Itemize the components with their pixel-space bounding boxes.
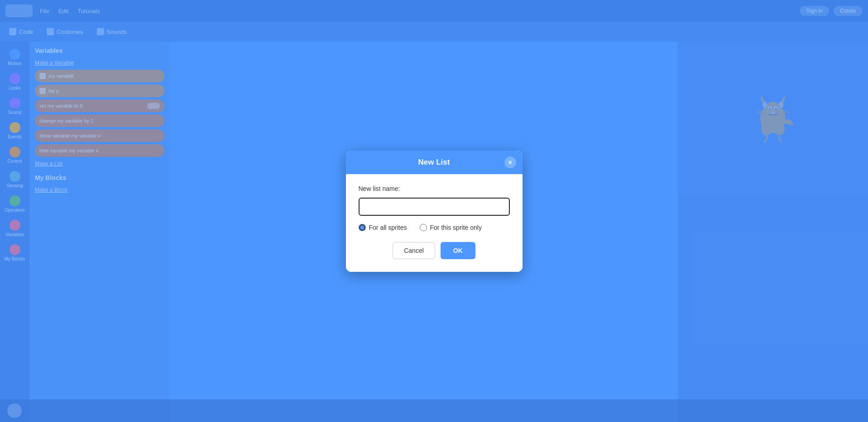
for-this-sprite-text: For this sprite only — [430, 224, 482, 231]
modal-body: New list name: For all sprites For this … — [346, 174, 523, 272]
scope-radio-group: For all sprites For this sprite only — [359, 224, 510, 231]
new-list-modal: New List × New list name: For all sprite… — [346, 151, 523, 272]
modal-actions: Cancel OK — [359, 242, 510, 259]
for-all-sprites-text: For all sprites — [369, 224, 407, 231]
list-name-label: New list name: — [359, 185, 510, 192]
modal-header: New List × — [346, 151, 523, 174]
for-this-sprite-radio[interactable] — [420, 224, 427, 231]
for-this-sprite-radio-label[interactable]: For this sprite only — [420, 224, 482, 231]
ok-button[interactable]: OK — [441, 242, 475, 259]
modal-title: New List — [418, 158, 450, 167]
modal-close-button[interactable]: × — [504, 156, 516, 168]
modal-overlay: New List × New list name: For all sprite… — [0, 0, 868, 422]
for-all-sprites-radio[interactable] — [359, 224, 366, 231]
cancel-button[interactable]: Cancel — [393, 242, 435, 259]
list-name-input[interactable] — [359, 198, 510, 216]
for-all-sprites-radio-label[interactable]: For all sprites — [359, 224, 407, 231]
